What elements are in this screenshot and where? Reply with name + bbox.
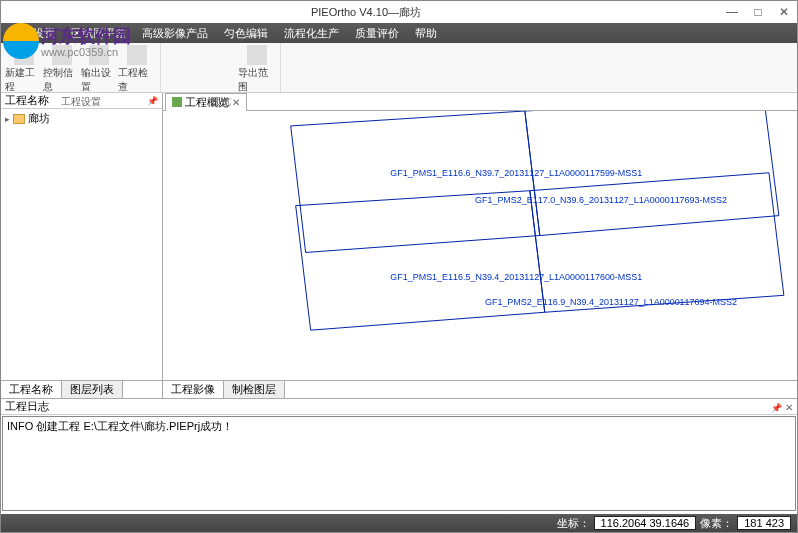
status-bar: 坐标： 116.2064 39.1646 像素： 181 423 (1, 514, 797, 532)
canvas-view[interactable]: GF1_PMS1_E116.6_N39.7_20131127_L1A000011… (163, 111, 797, 380)
project-tree[interactable]: ▸ 廊坊 (1, 109, 162, 380)
pixel-label: 像素： (700, 516, 733, 531)
tab-project-name[interactable]: 工程名称 (1, 381, 62, 398)
tab-check-layers[interactable]: 制检图层 (224, 381, 285, 398)
main-area: 工程名称 📌 ▸ 廊坊 工程名称 图层列表 工程概览 ✕ (1, 93, 797, 398)
log-line: INFO 创建工程 E:\工程文件\廊坊.PIEPrj成功！ (7, 419, 791, 434)
log-controls: 📌 ✕ (771, 401, 793, 413)
tab-project-images[interactable]: 工程影像 (163, 381, 224, 398)
watermark-name: 河东软件园 (41, 24, 131, 48)
log-title: 工程日志 (5, 399, 49, 414)
footprint-label: GF1_PMS2_E116.9_N39.4_20131127_L1A000011… (485, 297, 737, 307)
toolbar-group-label: 预览 (165, 94, 276, 109)
toolbar-group-preview: 导出范围 预览 (161, 43, 281, 92)
footprint-canvas: GF1_PMS1_E116.6_N39.7_20131127_L1A000011… (163, 111, 797, 380)
log-panel: 工程日志 📌 ✕ INFO 创建工程 E:\工程文件\廊坊.PIEPrj成功！ (1, 398, 797, 511)
coord-label: 坐标： (557, 516, 590, 531)
svg-marker-2 (296, 191, 545, 330)
tree-item-root[interactable]: ▸ 廊坊 (5, 111, 158, 126)
export-range-button[interactable]: 导出范围 (238, 45, 276, 94)
left-panel: 工程名称 📌 ▸ 廊坊 工程名称 图层列表 (1, 93, 163, 398)
menu-item[interactable]: 帮助 (407, 24, 445, 43)
log-body[interactable]: INFO 创建工程 E:\工程文件\廊坊.PIEPrj成功！ (2, 416, 796, 511)
log-header: 工程日志 📌 ✕ (1, 399, 797, 415)
right-tabs: 工程影像 制检图层 (163, 380, 797, 398)
menu-item[interactable]: 流程化生产 (276, 24, 347, 43)
menu-item[interactable]: 匀色编辑 (216, 24, 276, 43)
menu-item[interactable]: 质量评价 (347, 24, 407, 43)
minimize-button[interactable]: — (725, 5, 739, 19)
watermark-logo-icon (3, 23, 39, 59)
watermark-url: www.pc0359.cn (41, 46, 131, 58)
svg-marker-0 (291, 111, 540, 252)
footprint-label: GF1_PMS1_E116.6_N39.7_20131127_L1A000011… (390, 168, 642, 178)
close-icon[interactable]: ✕ (785, 402, 793, 413)
export-icon (247, 45, 267, 65)
left-tabs: 工程名称 图层列表 (1, 380, 162, 398)
window-title: PIEOrtho V4.10—廊坊 (7, 5, 725, 20)
footprint-label: GF1_PMS2_E117.0_N39.6_20131127_L1A000011… (475, 195, 727, 205)
toolbar: 河东软件园 www.pc0359.cn 新建工程 控制信息 输出设置 工程检查 … (1, 43, 797, 93)
folder-icon (13, 114, 25, 124)
tree-label: 廊坊 (28, 111, 50, 126)
pixel-value: 181 423 (737, 516, 791, 530)
watermark: 河东软件园 www.pc0359.cn (3, 23, 131, 59)
footprint-label: GF1_PMS1_E116.5_N39.4_20131127_L1A000011… (390, 272, 642, 282)
toolbar-group-label: 工程设置 (5, 94, 156, 109)
menu-item[interactable]: 高级影像产品 (134, 24, 216, 43)
maximize-button[interactable]: □ (751, 5, 765, 19)
window-buttons: — □ ✕ (725, 5, 791, 19)
pin-icon[interactable]: 📌 (771, 403, 782, 413)
collapse-icon[interactable]: ▸ (5, 114, 10, 124)
close-button[interactable]: ✕ (777, 5, 791, 19)
coord-value: 116.2064 39.1646 (594, 516, 697, 530)
right-panel: 工程概览 ✕ GF1_PMS1_E116.6_N39.7_20131127_L1… (163, 93, 797, 398)
title-bar: PIEOrtho V4.10—廊坊 — □ ✕ (1, 1, 797, 23)
tab-layer-list[interactable]: 图层列表 (62, 381, 123, 398)
